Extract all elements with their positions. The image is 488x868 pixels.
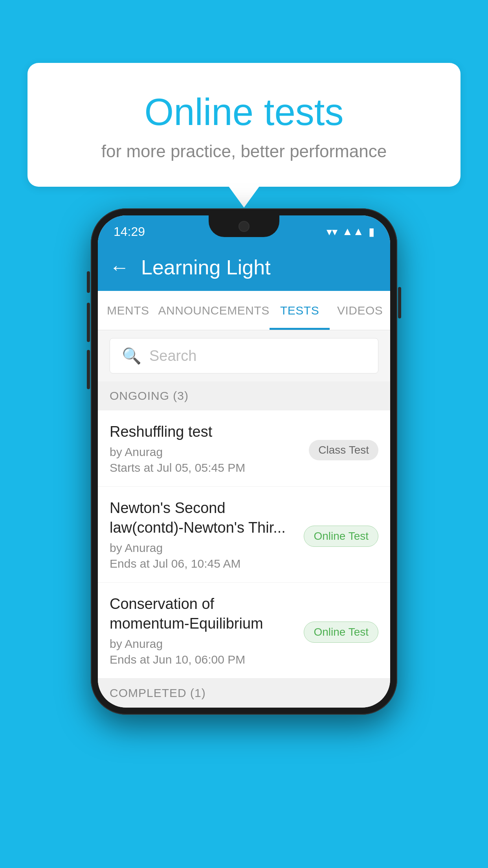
test-author-3: by Anurag bbox=[110, 637, 296, 651]
front-camera bbox=[238, 221, 250, 232]
tab-videos[interactable]: VIDEOS bbox=[330, 291, 390, 330]
test-badge-2: Online Test bbox=[304, 526, 378, 547]
search-icon: 🔍 bbox=[122, 347, 141, 365]
test-list: Reshuffling test by Anurag Starts at Jul… bbox=[98, 410, 390, 679]
speech-bubble: Online tests for more practice, better p… bbox=[28, 63, 460, 187]
volume-down-button bbox=[87, 350, 90, 389]
search-container: 🔍 Search bbox=[98, 330, 390, 381]
test-info-1: Reshuffling test by Anurag Starts at Jul… bbox=[110, 422, 309, 474]
tab-ments[interactable]: MENTS bbox=[98, 291, 158, 330]
phone-screen: 14:29 ▾▾ ▲▲ ▮ ← Learning Light MENTS ANN… bbox=[98, 215, 390, 708]
test-time-3: Ends at Jun 10, 06:00 PM bbox=[110, 653, 296, 666]
completed-section-header: COMPLETED (1) bbox=[98, 679, 390, 708]
status-time: 14:29 bbox=[114, 224, 145, 239]
test-item-3[interactable]: Conservation of momentum-Equilibrium by … bbox=[98, 583, 390, 679]
phone-frame: 14:29 ▾▾ ▲▲ ▮ ← Learning Light MENTS ANN… bbox=[91, 208, 397, 715]
test-info-3: Conservation of momentum-Equilibrium by … bbox=[110, 594, 304, 666]
app-title: Learning Light bbox=[141, 256, 271, 279]
battery-icon: ▮ bbox=[369, 225, 374, 238]
signal-icon: ▲▲ bbox=[342, 225, 364, 238]
search-placeholder: Search bbox=[149, 348, 196, 364]
test-badge-3: Online Test bbox=[304, 622, 378, 643]
test-author-1: by Anurag bbox=[110, 445, 301, 459]
test-item-1[interactable]: Reshuffling test by Anurag Starts at Jul… bbox=[98, 410, 390, 487]
bubble-arrow bbox=[228, 186, 260, 208]
wifi-icon: ▾▾ bbox=[327, 225, 338, 238]
test-info-2: Newton's Second law(contd)-Newton's Thir… bbox=[110, 498, 304, 570]
tabs-bar: MENTS ANNOUNCEMENTS TESTS VIDEOS bbox=[98, 291, 390, 330]
test-author-2: by Anurag bbox=[110, 541, 296, 555]
test-time-2: Ends at Jul 06, 10:45 AM bbox=[110, 557, 296, 570]
status-icons: ▾▾ ▲▲ ▮ bbox=[327, 225, 374, 238]
test-name-2: Newton's Second law(contd)-Newton's Thir… bbox=[110, 498, 296, 537]
test-time-1: Starts at Jul 05, 05:45 PM bbox=[110, 461, 301, 474]
volume-silent-button bbox=[87, 271, 90, 293]
speech-bubble-container: Online tests for more practice, better p… bbox=[28, 63, 460, 208]
test-name-3: Conservation of momentum-Equilibrium bbox=[110, 594, 296, 633]
power-button bbox=[398, 287, 401, 318]
bubble-subtitle: for more practice, better performance bbox=[51, 142, 437, 161]
bubble-title: Online tests bbox=[51, 90, 437, 134]
test-item-2[interactable]: Newton's Second law(contd)-Newton's Thir… bbox=[98, 487, 390, 583]
back-button[interactable]: ← bbox=[110, 256, 129, 279]
test-badge-1: Class Test bbox=[309, 440, 378, 460]
test-name-1: Reshuffling test bbox=[110, 422, 301, 441]
phone-notch bbox=[209, 215, 279, 237]
search-bar[interactable]: 🔍 Search bbox=[110, 338, 378, 373]
tab-tests[interactable]: TESTS bbox=[270, 291, 330, 330]
volume-up-button bbox=[87, 303, 90, 342]
ongoing-section-header: ONGOING (3) bbox=[98, 381, 390, 410]
app-bar: ← Learning Light bbox=[98, 244, 390, 291]
phone-container: 14:29 ▾▾ ▲▲ ▮ ← Learning Light MENTS ANN… bbox=[91, 208, 397, 715]
tab-announcements[interactable]: ANNOUNCEMENTS bbox=[158, 291, 270, 330]
